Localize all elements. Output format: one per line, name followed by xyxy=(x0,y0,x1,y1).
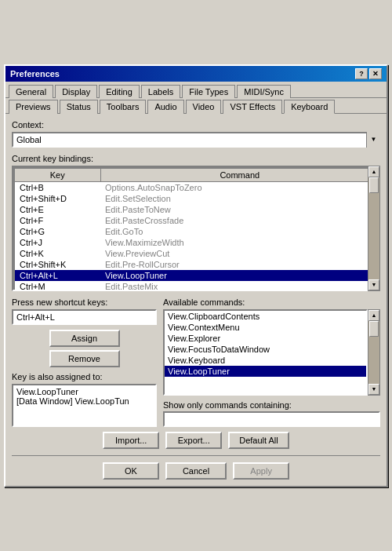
list-item[interactable]: View.FocusToDataWindow xyxy=(165,344,366,355)
key-cell: Ctrl+K xyxy=(14,248,100,259)
keybindings-label: Current key bindings: xyxy=(12,154,380,163)
command-cell: Edit.PasteMix xyxy=(100,281,379,291)
scroll-up-btn[interactable]: ▲ xyxy=(368,166,379,177)
scroll-down-btn[interactable]: ▼ xyxy=(368,279,379,290)
cmd-scroll-up[interactable]: ▲ xyxy=(368,310,379,321)
commands-list[interactable]: View.ClipboardContentsView.ContextMenuVi… xyxy=(163,309,368,396)
tab-video[interactable]: Video xyxy=(186,100,222,114)
col-command: Command xyxy=(100,168,379,182)
command-cell: Options.AutoSnapToZero xyxy=(100,181,379,193)
ok-button[interactable]: OK xyxy=(103,462,159,480)
show-commands-input[interactable] xyxy=(163,411,380,427)
assigned-label: Key is also assigned to: xyxy=(12,372,157,381)
command-cell: Edit.PasteCrossfade xyxy=(100,215,379,226)
window-title: Preferences xyxy=(10,69,60,78)
commands-scrollbar[interactable]: ▲ ▼ xyxy=(368,309,380,396)
command-cell: Edit.SetSelection xyxy=(100,193,379,204)
table-row[interactable]: Ctrl+MEdit.PasteMix xyxy=(14,281,379,291)
scroll-track xyxy=(368,177,379,279)
commands-wrapper: View.ClipboardContentsView.ContextMenuVi… xyxy=(163,309,380,396)
tab-status[interactable]: Status xyxy=(60,100,98,114)
show-commands-label: Show only commands containing: xyxy=(163,400,380,410)
left-panel: Press new shortcut keys: Assign Remove K… xyxy=(12,297,157,427)
apply-button[interactable]: Apply xyxy=(233,462,289,480)
shortcut-input[interactable] xyxy=(12,309,157,325)
key-cell: Ctrl+E xyxy=(14,204,100,215)
list-item[interactable]: View.ContextMenu xyxy=(165,322,366,333)
close-button[interactable]: ✕ xyxy=(369,68,382,79)
content-area: Context: Global ▼ Current key bindings: … xyxy=(5,114,387,486)
tab-filetypes[interactable]: File Types xyxy=(182,85,235,98)
list-item[interactable]: View.LoopTuner xyxy=(165,366,366,377)
keybindings-scroll[interactable]: Key Command Ctrl+BOptions.AutoSnapToZero… xyxy=(12,166,380,291)
command-cell: Edit.Pre-RollCursor xyxy=(100,259,379,270)
table-row[interactable]: Ctrl+KView.PreviewCut xyxy=(14,248,379,259)
command-cell: View.MaximizeWidth xyxy=(100,237,379,248)
tabs-row-1: General Display Editing Labels File Type… xyxy=(5,82,387,98)
key-cell: Ctrl+F xyxy=(14,215,100,226)
bottom-section: Press new shortcut keys: Assign Remove K… xyxy=(12,297,380,427)
assign-btn-wrapper: Assign xyxy=(12,330,157,347)
tab-audio[interactable]: Audio xyxy=(147,100,183,114)
tab-keyboard[interactable]: Keyboard xyxy=(284,100,335,114)
tab-display[interactable]: Display xyxy=(55,85,97,98)
table-row[interactable]: Ctrl+FEdit.PasteCrossfade xyxy=(14,215,379,226)
context-select[interactable]: Global xyxy=(12,132,380,148)
dialog-buttons: OK Cancel Apply xyxy=(12,455,380,480)
key-cell: Ctrl+Shift+D xyxy=(14,193,100,204)
table-row[interactable]: Ctrl+Shift+DEdit.SetSelection xyxy=(14,193,379,204)
list-item[interactable]: View.ClipboardContents xyxy=(165,311,366,322)
context-select-wrapper: Global ▼ xyxy=(12,132,380,148)
tab-editing[interactable]: Editing xyxy=(99,85,140,98)
keybindings-scrollbar[interactable]: ▲ ▼ xyxy=(368,166,380,291)
command-cell: View.LoopTuner xyxy=(100,270,379,281)
title-bar-buttons: ? ✕ xyxy=(355,68,382,79)
tab-vsteffects[interactable]: VST Effects xyxy=(223,100,282,114)
tab-labels[interactable]: Labels xyxy=(141,85,180,98)
key-cell: Ctrl+M xyxy=(14,281,100,291)
command-cell: View.PreviewCut xyxy=(100,248,379,259)
col-key: Key xyxy=(14,168,100,182)
default-all-button[interactable]: Default All xyxy=(228,432,289,449)
keybindings-table: Key Command Ctrl+BOptions.AutoSnapToZero… xyxy=(13,167,380,291)
table-row[interactable]: Ctrl+BOptions.AutoSnapToZero xyxy=(14,181,379,193)
tab-previews[interactable]: Previews xyxy=(9,100,58,114)
cmd-scroll-track xyxy=(368,321,379,384)
list-item[interactable]: View.Keyboard xyxy=(165,355,366,366)
remove-btn-wrapper: Remove xyxy=(12,350,157,367)
export-button[interactable]: Export... xyxy=(165,432,222,449)
cmd-scroll-down[interactable]: ▼ xyxy=(368,384,379,395)
help-button[interactable]: ? xyxy=(355,68,368,79)
command-cell: Edit.GoTo xyxy=(100,226,379,237)
table-row[interactable]: Ctrl+EEdit.PasteToNew xyxy=(14,204,379,215)
table-row[interactable]: Ctrl+JView.MaximizeWidth xyxy=(14,237,379,248)
action-buttons-row: Import... Export... Default All xyxy=(12,432,380,449)
tab-general[interactable]: General xyxy=(9,85,53,98)
context-label: Context: xyxy=(12,120,380,130)
assign-button[interactable]: Assign xyxy=(49,330,120,347)
assigned-box: View.LoopTuner [Data Window] View.LoopTu… xyxy=(12,384,157,427)
cmd-scroll-thumb[interactable] xyxy=(369,321,379,337)
remove-button[interactable]: Remove xyxy=(49,350,120,367)
key-cell: Ctrl+G xyxy=(14,226,100,237)
key-cell: Ctrl+J xyxy=(14,237,100,248)
tab-midisync[interactable]: MIDI/Sync xyxy=(237,85,291,98)
command-cell: Edit.PasteToNew xyxy=(100,204,379,215)
preferences-window: Preferences ? ✕ General Display Editing … xyxy=(4,64,388,487)
table-row[interactable]: Ctrl+GEdit.GoTo xyxy=(14,226,379,237)
key-cell: Ctrl+Alt+L xyxy=(14,270,100,281)
keybindings-wrapper: Key Command Ctrl+BOptions.AutoSnapToZero… xyxy=(12,166,380,291)
table-row[interactable]: Ctrl+Alt+LView.LoopTuner xyxy=(14,270,379,281)
import-button[interactable]: Import... xyxy=(103,432,159,449)
tabs-row-2: Previews Status Toolbars Audio Video VST… xyxy=(5,98,387,114)
right-panel: Available commands: View.ClipboardConten… xyxy=(163,297,380,427)
key-cell: Ctrl+Shift+K xyxy=(14,259,100,270)
title-bar: Preferences ? ✕ xyxy=(5,66,387,82)
list-item[interactable]: View.Explorer xyxy=(165,333,366,344)
table-row[interactable]: Ctrl+Shift+KEdit.Pre-RollCursor xyxy=(14,259,379,270)
assigned-text-line2: [Data Window] View.LoopTun xyxy=(16,396,152,406)
tab-toolbars[interactable]: Toolbars xyxy=(100,100,147,114)
key-cell: Ctrl+B xyxy=(14,181,100,193)
cancel-button[interactable]: Cancel xyxy=(165,462,227,480)
scroll-thumb[interactable] xyxy=(369,177,379,193)
